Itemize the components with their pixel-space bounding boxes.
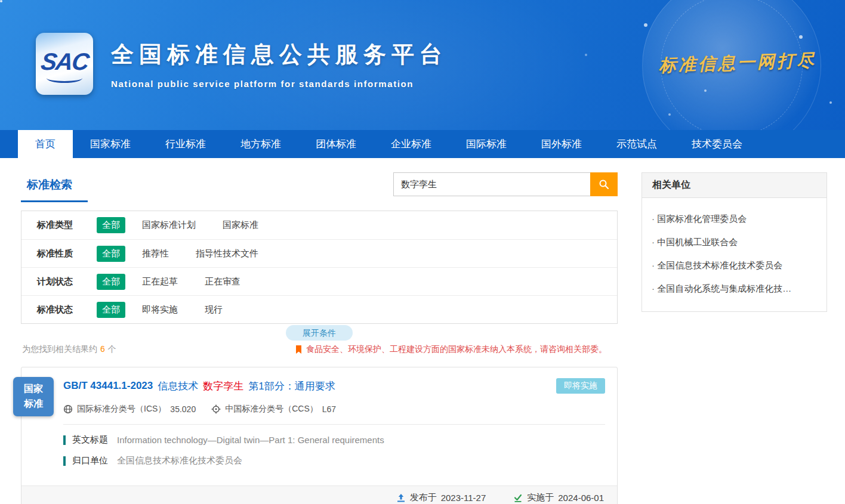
sac-logo-text: SAC xyxy=(39,48,90,75)
check-icon xyxy=(513,493,523,503)
sidebar-item-it-standardization-committee[interactable]: 全国信息技术标准化技术委员会 xyxy=(650,254,818,277)
badge-line: 标准 xyxy=(24,397,43,412)
nav-item-local-standard[interactable]: 地方标准 xyxy=(223,130,298,158)
filter-label: 计划状态 xyxy=(37,276,97,287)
publish-info: 发布于 2023-11-27 xyxy=(396,492,486,503)
info-label: 英文标题 xyxy=(72,434,108,446)
filter-options: 即将实施 现行 xyxy=(142,304,223,316)
badge-line: 国家 xyxy=(24,382,43,397)
filter-option[interactable]: 正在审查 xyxy=(205,276,240,287)
publish-icon xyxy=(396,493,406,503)
content-left: 标准检索 标准类型 全部 国家标准计 xyxy=(21,172,618,504)
nav-item-home[interactable]: 首页 xyxy=(18,130,73,158)
row-accent-bar xyxy=(63,456,66,466)
search-row: 标准检索 xyxy=(21,172,618,202)
globe-icon xyxy=(63,404,73,414)
nav-item-pilot[interactable]: 示范试点 xyxy=(599,130,674,158)
filter-option[interactable]: 推荐性 xyxy=(142,248,169,259)
filter-row-plan-status: 计划状态 全部 正在起草 正在审查 xyxy=(21,267,617,295)
target-icon xyxy=(211,404,221,414)
standard-type-badge: 国家 标准 xyxy=(13,377,54,416)
implement-date: 2024-06-01 xyxy=(558,493,604,503)
filter-option[interactable]: 指导性技术文件 xyxy=(196,248,258,259)
nav-item-national-standard[interactable]: 国家标准 xyxy=(73,130,148,158)
result-card: 国家 标准 GB/T 43441.1-2023 信息技术 数字孪生 第1部分：通… xyxy=(21,367,618,504)
filter-row-standard-type: 标准类型 全部 国家标准计划 国家标准 xyxy=(21,211,617,239)
standard-title-part[interactable]: 信息技术 xyxy=(158,379,198,393)
main-content: 标准检索 标准类型 全部 国家标准计 xyxy=(0,158,845,504)
summary-suffix: 个 xyxy=(108,344,116,354)
nav-item-enterprise-standard[interactable]: 企业标准 xyxy=(374,130,449,158)
search-button[interactable] xyxy=(590,172,618,196)
system-notice: 食品安全、环境保护、工程建设方面的国家标准未纳入本系统，请咨询相关部委。 xyxy=(295,344,607,355)
filter-box: 标准类型 全部 国家标准计划 国家标准 标准性质 全部 推荐性 指导性技术文件 xyxy=(21,211,618,324)
filter-option[interactable]: 国家标准 xyxy=(223,219,258,231)
flag-icon xyxy=(295,345,303,354)
sidebar-item-automation-committee[interactable]: 全国自动化系统与集成标准化技… xyxy=(650,277,818,301)
filter-option[interactable]: 国家标准计划 xyxy=(142,219,196,231)
main-nav: 首页 国家标准 行业标准 地方标准 团体标准 企业标准 国际标准 国外标准 示范… xyxy=(0,130,845,158)
committee-row: 归口单位 全国信息技术标准化技术委员会 xyxy=(63,455,605,466)
filter-option[interactable]: 即将实施 xyxy=(142,304,178,316)
nav-item-technical-committee[interactable]: 技术委员会 xyxy=(674,130,760,158)
filter-option[interactable]: 现行 xyxy=(205,304,223,316)
info-label: 归口单位 xyxy=(72,455,108,466)
info-value: 全国信息技术标准化技术委员会 xyxy=(117,455,242,466)
ccs-group: 中国标准分类号（CCS） L67 xyxy=(211,404,336,415)
card-title-row: GB/T 43441.1-2023 信息技术 数字孪生 第1部分：通用要求 即将… xyxy=(63,378,605,394)
sidebar-item-machinery-federation[interactable]: 中国机械工业联合会 xyxy=(650,231,818,254)
result-count: 6 xyxy=(100,344,105,354)
site-header: SAC 全国标准信息公共服务平台 National public service… xyxy=(0,0,845,130)
ics-value: 35.020 xyxy=(170,404,196,414)
card-footer: 发布于 2023-11-27 实施于 2024-06-01 xyxy=(21,486,617,504)
expand-conditions-button[interactable]: 展开条件 xyxy=(286,325,353,341)
filter-options: 正在起草 正在审查 xyxy=(142,276,240,287)
nav-item-international-standard[interactable]: 国际标准 xyxy=(449,130,524,158)
logo-swoosh xyxy=(47,73,82,83)
ccs-value: L67 xyxy=(322,404,336,414)
standard-code-link[interactable]: GB/T 43441.1-2023 xyxy=(63,380,153,392)
filter-label: 标准状态 xyxy=(37,304,97,316)
nav-item-foreign-standard[interactable]: 国外标准 xyxy=(524,130,599,158)
sidebar-item-sac[interactable]: 国家标准化管理委员会 xyxy=(650,208,818,231)
filter-label: 标准性质 xyxy=(37,248,97,259)
standard-title-highlight[interactable]: 数字孪生 xyxy=(203,379,243,393)
implement-label: 实施于 xyxy=(527,492,554,503)
status-badge: 即将实施 xyxy=(556,378,605,394)
notice-text: 食品安全、环境保护、工程建设方面的国家标准未纳入本系统，请咨询相关部委。 xyxy=(306,344,607,355)
publish-date: 2023-11-27 xyxy=(441,493,486,503)
summary-row: 为您找到相关结果约6个 食品安全、环境保护、工程建设方面的国家标准未纳入本系统，… xyxy=(22,344,616,355)
page-title: 标准检索 xyxy=(21,172,88,202)
filter-options: 国家标准计划 国家标准 xyxy=(142,219,258,231)
search-icon xyxy=(599,179,609,190)
search-box xyxy=(393,172,618,196)
filter-all-button[interactable]: 全部 xyxy=(97,246,125,262)
result-summary: 为您找到相关结果约6个 xyxy=(22,344,116,355)
site-title: 全国标准信息公共服务平台 xyxy=(111,39,448,70)
filter-row-standard-status: 标准状态 全部 即将实施 现行 xyxy=(21,295,617,323)
sparkle-decoration xyxy=(0,0,2,2)
filter-all-button[interactable]: 全部 xyxy=(97,302,125,318)
card-body: GB/T 43441.1-2023 信息技术 数字孪生 第1部分：通用要求 即将… xyxy=(21,367,617,477)
site-titles: 全国标准信息公共服务平台 National public service pla… xyxy=(111,39,448,89)
filter-label: 标准类型 xyxy=(37,219,97,231)
filter-all-button[interactable]: 全部 xyxy=(97,217,125,233)
nav-item-industry-standard[interactable]: 行业标准 xyxy=(148,130,223,158)
ccs-label: 中国标准分类号（CCS） xyxy=(225,404,318,415)
filter-options: 推荐性 指导性技术文件 xyxy=(142,248,258,259)
ics-label: 国际标准分类号（ICS） xyxy=(77,404,166,415)
filter-all-button[interactable]: 全部 xyxy=(97,274,125,290)
ics-group: 国际标准分类号（ICS） 35.020 xyxy=(63,404,196,415)
publish-label: 发布于 xyxy=(410,492,437,503)
sac-logo[interactable]: SAC xyxy=(36,33,93,95)
implement-info: 实施于 2024-06-01 xyxy=(513,492,604,503)
summary-prefix: 为您找到相关结果约 xyxy=(22,344,97,354)
info-value: Information technology—Digital twin—Part… xyxy=(117,435,384,445)
card-meta-row: 国际标准分类号（ICS） 35.020 xyxy=(63,404,605,425)
standard-title-part[interactable]: 第1部分：通用要求 xyxy=(248,379,335,393)
page: SAC 全国标准信息公共服务平台 National public service… xyxy=(0,0,845,504)
sidebar-list: 国家标准化管理委员会 中国机械工业联合会 全国信息技术标准化技术委员会 全国自动… xyxy=(642,198,827,312)
nav-item-group-standard[interactable]: 团体标准 xyxy=(298,130,374,158)
filter-option[interactable]: 正在起草 xyxy=(142,276,178,287)
search-input[interactable] xyxy=(393,172,590,196)
